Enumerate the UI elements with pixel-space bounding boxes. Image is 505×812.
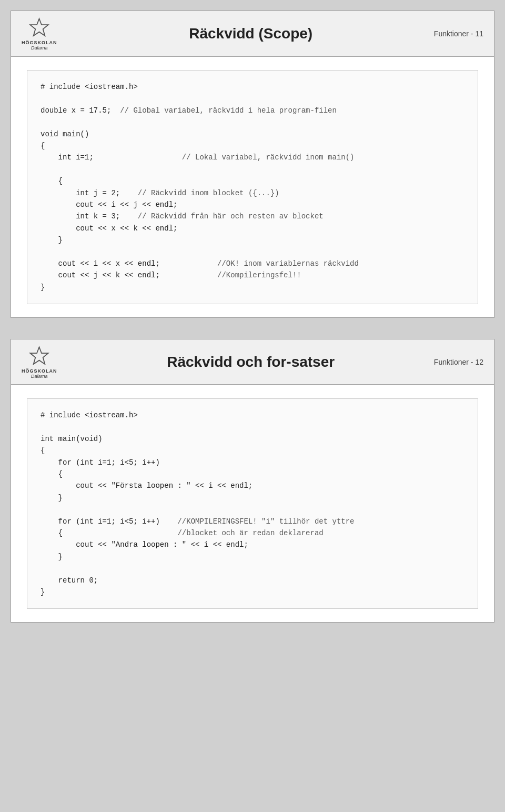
logo-star-icon-2 bbox=[27, 345, 51, 368]
slide-1-header-left: HÖGSKOLAN Dalarna bbox=[22, 16, 68, 51]
slide-1-code: # include <iostream.h> double x = 17.5; … bbox=[27, 70, 478, 304]
slide-2-header-left: HÖGSKOLAN Dalarna bbox=[22, 345, 68, 379]
logo-school-name-1: HÖGSKOLAN bbox=[22, 40, 57, 45]
logo-area-2: HÖGSKOLAN Dalarna bbox=[22, 345, 57, 379]
logo-star-icon-1 bbox=[27, 16, 51, 40]
slide-1: HÖGSKOLAN Dalarna Räckvidd (Scope) Funkt… bbox=[11, 11, 494, 318]
slide-1-header: HÖGSKOLAN Dalarna Räckvidd (Scope) Funkt… bbox=[11, 11, 494, 57]
slide-2-code: # include <iostream.h> int main(void) { … bbox=[27, 398, 478, 609]
slide-2-number: Funktioner - 12 bbox=[434, 358, 483, 366]
slide-1-number: Funktioner - 11 bbox=[434, 29, 483, 38]
slide-2-header: HÖGSKOLAN Dalarna Räckvidd och for-satse… bbox=[11, 339, 494, 385]
svg-marker-1 bbox=[31, 347, 48, 364]
slide-2: HÖGSKOLAN Dalarna Räckvidd och for-satse… bbox=[11, 339, 494, 623]
logo-area-1: HÖGSKOLAN Dalarna bbox=[22, 16, 57, 51]
slide-2-title: Räckvidd och for-satser bbox=[68, 354, 434, 370]
slide-1-content: # include <iostream.h> double x = 17.5; … bbox=[11, 57, 494, 317]
logo-region-name-1: Dalarna bbox=[31, 45, 48, 51]
slide-1-title: Räckvidd (Scope) bbox=[68, 25, 434, 42]
logo-school-name-2: HÖGSKOLAN bbox=[22, 368, 57, 374]
svg-marker-0 bbox=[31, 19, 48, 36]
slide-2-content: # include <iostream.h> int main(void) { … bbox=[11, 385, 494, 622]
logo-region-name-2: Dalarna bbox=[31, 374, 48, 379]
